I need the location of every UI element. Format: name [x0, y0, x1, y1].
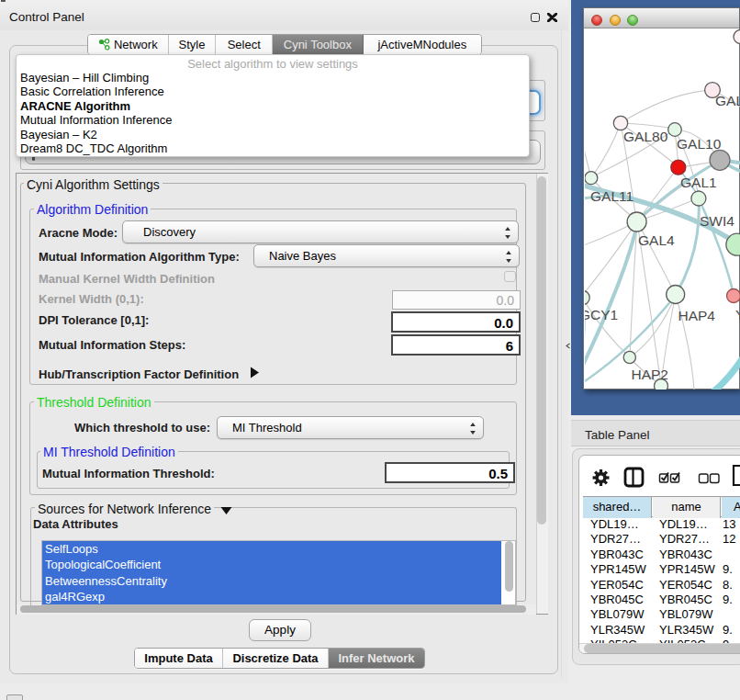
- svg-text:HAP2: HAP2: [632, 367, 669, 382]
- svg-text:GAL10: GAL10: [677, 136, 722, 152]
- svg-text:GAL2: GAL2: [715, 93, 740, 108]
- svg-text:GCY1: GCY1: [585, 307, 618, 322]
- svg-text:GAL80: GAL80: [623, 129, 668, 144]
- svg-text:GAL1: GAL1: [680, 175, 717, 190]
- svg-text:GAL11: GAL11: [590, 188, 633, 204]
- svg-text:YM: YM: [735, 307, 740, 322]
- svg-text:GAL4: GAL4: [638, 232, 675, 248]
- svg-text:SWI4: SWI4: [700, 213, 734, 229]
- svg-text:HAP4: HAP4: [678, 308, 716, 323]
